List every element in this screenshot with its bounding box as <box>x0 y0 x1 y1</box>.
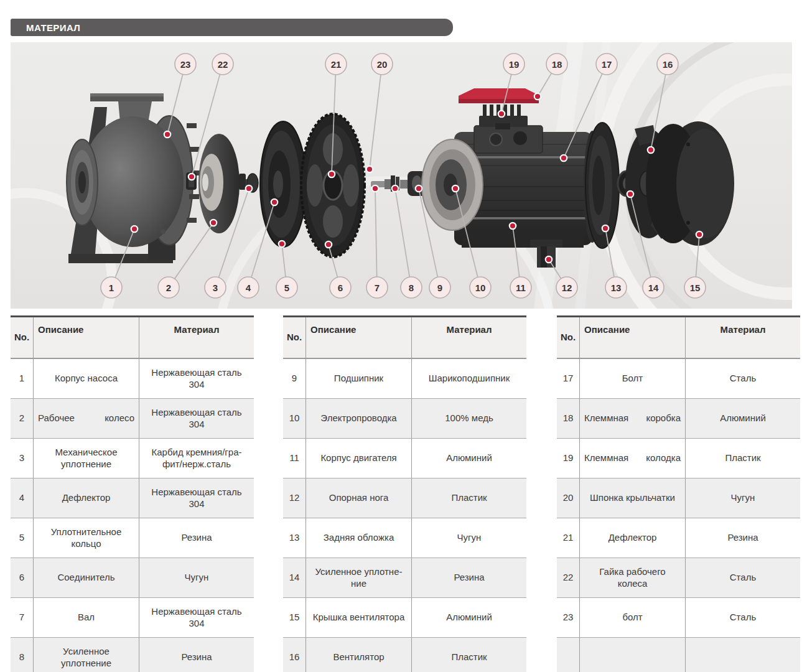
table-row: 15Крышка вентилятораАлюминий <box>283 597 526 637</box>
table-row: 17БолтСталь <box>557 358 800 398</box>
cell-description: Вентилятор <box>305 638 411 672</box>
leader-line <box>282 244 286 277</box>
cell-material: Шарикоподшипник <box>411 359 526 398</box>
cell-description: Корпус насоса <box>33 359 139 398</box>
cell-number <box>557 638 579 672</box>
cell-description: Гайка рабочего колеса <box>579 558 685 597</box>
table-row: 11Корпус двигателяАлюминий <box>283 438 526 478</box>
marker-dot <box>372 185 378 192</box>
cell-material: Пластик <box>411 638 526 672</box>
table-row: 13Задняя обложкаЧугун <box>283 518 526 558</box>
callout-number: 9 <box>437 282 442 293</box>
callout-20: 20 <box>371 54 393 75</box>
cell-description: Усиленное уплотне- ние <box>305 558 411 597</box>
cell-description: Соединитель <box>33 558 139 597</box>
cell-description: Задняя обложка <box>305 518 411 558</box>
cell-material: Карбид кремния/гра- фит/нерж.сталь <box>139 439 254 478</box>
cell-description: Шпонка крыльчатки <box>579 478 685 518</box>
table-row: 23болтСталь <box>557 597 800 637</box>
cell-material: Пластик <box>685 439 800 478</box>
table-row: 3Механическое уплотнениеКарбид кремния/г… <box>11 438 254 478</box>
terminal-box-cover <box>459 88 539 103</box>
header-material: Материал <box>411 317 526 358</box>
cell-number: 10 <box>283 399 305 438</box>
cell-description: Вал <box>33 598 139 637</box>
cell-description: Усиленное уплотнение <box>33 638 139 672</box>
cell-number: 11 <box>283 439 305 478</box>
cell-number: 9 <box>283 359 305 398</box>
cell-number: 15 <box>283 598 305 637</box>
marker-dot <box>189 174 195 180</box>
tie-rod-top <box>458 156 591 159</box>
table-row: 22Гайка рабочего колесаСталь <box>557 558 800 597</box>
impeller <box>198 134 240 233</box>
cell-number: 1 <box>11 359 33 398</box>
cell-number: 8 <box>11 638 33 672</box>
cell-description: болт <box>579 598 685 637</box>
callout-15: 15 <box>684 277 706 298</box>
callout-23: 23 <box>175 54 196 75</box>
callout-number: 11 <box>516 282 526 293</box>
callout-number: 20 <box>377 59 388 70</box>
marker-dot <box>696 231 702 238</box>
callout-number: 22 <box>218 59 228 70</box>
material-table-3: No.ОписаниеМатериал17БолтСталь18Клеммная… <box>557 315 800 672</box>
cell-material: 100% медь <box>411 399 526 438</box>
table-row: 16ВентиляторПластик <box>283 637 526 672</box>
motor-front-bell <box>422 139 483 230</box>
leader-line <box>370 75 381 169</box>
callout-number: 16 <box>663 59 673 70</box>
cell-material: Алюминий <box>411 439 526 478</box>
table-row: 2Рабочее колесоНержавеющая сталь 304 <box>11 398 254 438</box>
cell-description: Опорная нога <box>305 478 411 518</box>
marker-dot <box>561 155 567 161</box>
cell-description: Электропроводка <box>305 399 411 438</box>
cell-description: Крышка вентилятора <box>305 598 411 637</box>
marker-dot <box>392 185 398 192</box>
callout-4: 4 <box>238 277 259 298</box>
callout-13: 13 <box>605 277 627 298</box>
callout-number: 7 <box>375 282 380 293</box>
cell-number: 4 <box>11 478 33 518</box>
marker-dot <box>366 166 373 172</box>
cell-material: Алюминий <box>685 399 800 438</box>
callout-10: 10 <box>470 277 491 298</box>
header-description: Описание <box>305 317 411 358</box>
callout-8: 8 <box>401 277 422 298</box>
table-header-row: No.ОписаниеМатериал <box>283 317 526 358</box>
cell-number: 6 <box>11 558 33 597</box>
header-description: Описание <box>33 317 139 358</box>
cell-material: Сталь <box>685 558 800 597</box>
pump-casing <box>67 93 200 263</box>
callout-number: 6 <box>338 282 343 293</box>
cell-description: Механическое уплотнение <box>33 439 139 478</box>
leader-line <box>395 189 409 277</box>
table-row: 14Усиленное уплотне- ниеРезина <box>283 558 526 597</box>
callout-number: 1 <box>109 282 114 293</box>
callout-number: 21 <box>331 59 342 70</box>
callout-number: 14 <box>648 282 659 293</box>
cell-number: 2 <box>11 399 33 438</box>
header-no: No. <box>557 317 579 358</box>
callout-5: 5 <box>276 277 297 298</box>
header-description: Описание <box>579 317 685 358</box>
cell-material: Чугун <box>139 558 254 597</box>
callout-number: 23 <box>180 59 191 70</box>
cell-number: 22 <box>557 558 579 597</box>
table-row: 9ПодшипникШарикоподшипник <box>283 358 526 398</box>
cell-material: Сталь <box>685 598 800 637</box>
marker-dot <box>271 199 277 205</box>
cell-number: 19 <box>557 439 579 478</box>
callout-number: 19 <box>509 59 520 70</box>
marker-dot <box>627 191 633 197</box>
marker-dot <box>546 256 552 263</box>
cell-number: 17 <box>557 359 579 398</box>
section-title: МАТЕРИАЛ <box>11 22 80 33</box>
cell-description: Рабочее колесо <box>33 399 139 438</box>
cell-number: 23 <box>557 598 579 637</box>
callout-6: 6 <box>330 277 351 298</box>
cell-material: Нержавеющая сталь 304 <box>139 598 254 637</box>
marker-dot <box>210 220 217 226</box>
callout-17: 17 <box>596 54 617 75</box>
cell-number: 13 <box>283 518 305 558</box>
